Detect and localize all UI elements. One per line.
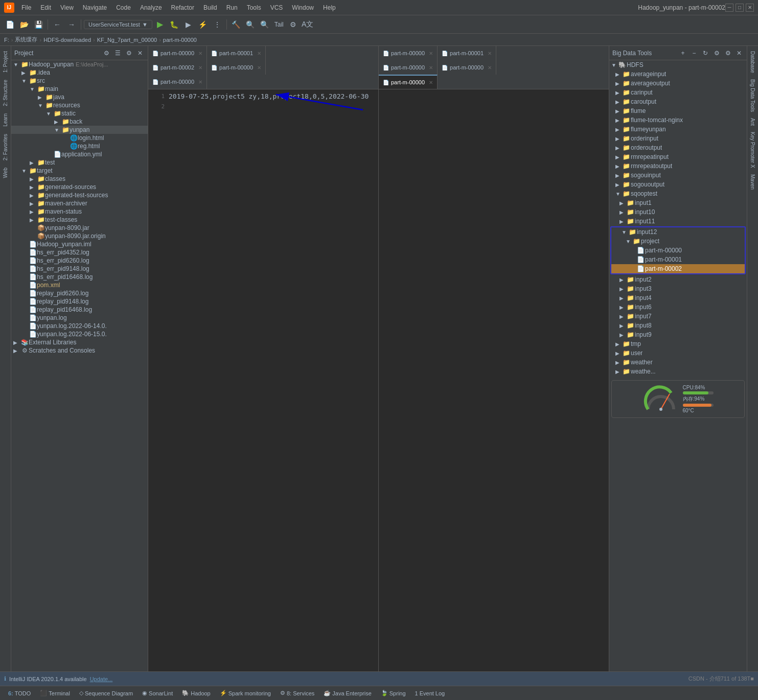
- menu-edit[interactable]: Edit: [36, 3, 55, 12]
- strip-web[interactable]: Web: [2, 165, 9, 181]
- tab-close-btn[interactable]: ✕: [488, 51, 492, 56]
- bdt-weather2[interactable]: ▶ 📁 weathe...: [609, 367, 747, 376]
- tab-todo[interactable]: 6: TODO: [4, 689, 35, 697]
- tree-item-yunpan-log1[interactable]: 📄 yunpan.log.2022-06-14.0.: [11, 322, 148, 330]
- bdt-flume-tomcat[interactable]: ▶ 📁 flume-tomcat-nginx: [609, 115, 747, 125]
- tab-terminal[interactable]: ⬛ Terminal: [36, 689, 74, 697]
- menu-analyze[interactable]: Analyze: [136, 3, 166, 12]
- bdt-input9[interactable]: ▶ 📁 input9: [609, 330, 747, 339]
- bdt-sqooptest[interactable]: ▼ 📁 sqooptest: [609, 189, 747, 198]
- tree-item-hadoop-yunpan[interactable]: ▼ 📁 Hadoop_yunpan E:\IdeaProj...: [11, 60, 148, 68]
- tree-item-back[interactable]: ▶ 📁 back: [11, 118, 148, 126]
- bdt-settings-icon[interactable]: ⚙: [712, 49, 721, 58]
- tab-close-btn[interactable]: ✕: [429, 80, 433, 85]
- strip-structure[interactable]: 2: Structure: [2, 77, 9, 109]
- code-editor-left[interactable]: 1 2019-07-25,project5 zy,18,project18,0,…: [148, 89, 378, 114]
- tree-item-main[interactable]: ▼ 📁 main: [11, 85, 148, 93]
- menu-build[interactable]: Build: [199, 3, 221, 12]
- bdt-input10[interactable]: ▶ 📁 input10: [609, 207, 747, 217]
- tab-close-btn[interactable]: ✕: [429, 51, 433, 56]
- tab-services[interactable]: ⚙ 8: Services: [276, 689, 318, 697]
- menu-window[interactable]: Window: [288, 3, 318, 12]
- tab-close-btn[interactable]: ✕: [198, 51, 202, 56]
- bdt-input6[interactable]: ▶ 📁 input6: [609, 302, 747, 312]
- rstrip-keypromoter[interactable]: Key Promoter X: [749, 129, 756, 171]
- tree-item-replay3[interactable]: 📄 replay_pid16468.log: [11, 306, 148, 314]
- tree-item-iml[interactable]: 📄 Hadoop_yunpan.iml: [11, 240, 148, 248]
- tab-close-btn[interactable]: ✕: [488, 65, 492, 71]
- toolbar-forward-btn[interactable]: →: [65, 18, 78, 31]
- strip-learn[interactable]: Learn: [2, 110, 9, 130]
- tree-item-gen-sources[interactable]: ▶ 📁 generated-sources: [11, 183, 148, 191]
- panel-close-icon[interactable]: ✕: [135, 49, 145, 58]
- tab-java-enterprise[interactable]: ☕ Java Enterprise: [319, 689, 375, 697]
- tree-item-scratches[interactable]: ▶ ⚙ Scratches and Consoles: [11, 346, 148, 355]
- tree-item-pom[interactable]: 📄 pom.xml: [11, 281, 148, 289]
- tree-item-maven-status[interactable]: ▶ 📁 maven-status: [11, 207, 148, 216]
- bdt-sogououtput[interactable]: ▶ 📁 sogououtput: [609, 180, 747, 189]
- tab-spark[interactable]: ⚡ Spark monitoring: [216, 689, 275, 697]
- bdt-flume[interactable]: ▶ 📁 flume: [609, 106, 747, 115]
- toolbar-more-btn[interactable]: ⋮: [211, 18, 224, 31]
- tree-item-gen-test-sources[interactable]: ▶ 📁 generated-test-sources: [11, 191, 148, 199]
- bdt-input7[interactable]: ▶ 📁 input7: [609, 312, 747, 321]
- tree-item-jar1[interactable]: 📦 yunpan-8090.jar: [11, 224, 148, 232]
- toolbar-profile-btn[interactable]: ⚡: [196, 18, 210, 31]
- tree-item-reg[interactable]: 🌐 reg.html: [11, 142, 148, 150]
- toolbar-find-btn[interactable]: 🔍: [258, 18, 271, 31]
- editor-tab-bot-1[interactable]: 📄 part-m-00000 ✕: [148, 75, 207, 89]
- bdt-input3[interactable]: ▶ 📁 input3: [609, 284, 747, 293]
- update-link[interactable]: Update...: [90, 676, 113, 682]
- bdt-weather[interactable]: ▶ 📁 weather: [609, 358, 747, 367]
- menu-help[interactable]: Help: [319, 3, 340, 12]
- minimize-button[interactable]: ─: [725, 4, 733, 12]
- panel-gear-icon[interactable]: ⚙: [102, 49, 111, 58]
- tab-sonar[interactable]: ◉ SonarLint: [138, 689, 177, 697]
- bdt-averageoutput[interactable]: ▶ 📁 averageoutput: [609, 79, 747, 88]
- tree-item-test-classes[interactable]: ▶ 📁 test-classes: [11, 216, 148, 224]
- editor-tab-left-2[interactable]: 📄 part-m-00001 ✕: [207, 46, 266, 60]
- tree-item-java[interactable]: ▶ 📁 java: [11, 93, 148, 101]
- tree-item-resources[interactable]: ▼ 📁 resources: [11, 101, 148, 109]
- rstrip-maven[interactable]: Maven: [749, 171, 756, 193]
- editor-rtab-2[interactable]: 📄 part-m-00001 ✕: [438, 46, 496, 60]
- bdt-part-m-00002[interactable]: 📄 part-m-00002: [611, 264, 745, 273]
- bdt-averageinput[interactable]: ▶ 📁 averageinput: [609, 69, 747, 79]
- bdt-more-icon[interactable]: ⚙: [723, 49, 732, 58]
- bdt-remove-icon[interactable]: −: [690, 49, 699, 58]
- bdt-rmrepeatinput[interactable]: ▶ 📁 rmrepeatinput: [609, 152, 747, 161]
- tab-event-log[interactable]: 1 Event Log: [411, 689, 449, 697]
- tree-item-replay2[interactable]: 📄 replay_pid9148.log: [11, 297, 148, 306]
- menu-file[interactable]: File: [17, 3, 35, 12]
- editor-tab-mid-2[interactable]: 📄 part-m-00000 ✕: [207, 60, 266, 75]
- bdt-carinput[interactable]: ▶ 📁 carinput: [609, 88, 747, 97]
- bdt-orderinput[interactable]: ▶ 📁 orderinput: [609, 134, 747, 143]
- toolbar-coverage-btn[interactable]: ▶: [182, 18, 195, 31]
- breadcrumb-part4[interactable]: part-m-00000: [163, 37, 197, 43]
- editor-rtab-3[interactable]: 📄 part-m-00000 ✕: [379, 60, 438, 75]
- tree-item-static[interactable]: ▼ 📁 static: [11, 109, 148, 118]
- menu-tools[interactable]: Tools: [243, 3, 265, 12]
- tab-close-btn[interactable]: ✕: [257, 51, 261, 56]
- tree-item-maven-archiver[interactable]: ▶ 📁 maven-archiver: [11, 199, 148, 207]
- tree-item-login[interactable]: 🌐 login.html: [11, 134, 148, 142]
- menu-vcs[interactable]: VCS: [266, 3, 287, 12]
- tab-hadoop[interactable]: 🐘 Hadoop: [178, 689, 215, 697]
- tab-spring[interactable]: 🍃 Spring: [377, 689, 410, 697]
- toolbar-debug-btn[interactable]: 🐛: [168, 18, 181, 31]
- close-button[interactable]: ✕: [746, 4, 754, 12]
- bdt-part-m-00000[interactable]: 📄 part-m-00000: [611, 246, 745, 255]
- tree-item-yunpan[interactable]: ▼ 📁 yunpan: [11, 126, 148, 134]
- tab-close-btn[interactable]: ✕: [198, 79, 202, 85]
- bdt-orderoutput[interactable]: ▶ 📁 orderoutput: [609, 143, 747, 152]
- rstrip-database[interactable]: Database: [749, 48, 756, 76]
- editor-tab-left-1[interactable]: 📄 part-m-00000 ✕: [148, 46, 207, 60]
- bdt-input11[interactable]: ▶ 📁 input11: [609, 217, 747, 226]
- breadcrumb-drive[interactable]: F:: [4, 37, 9, 43]
- toolbar-translate-btn[interactable]: A文: [301, 18, 314, 31]
- maximize-button[interactable]: □: [736, 4, 744, 12]
- tree-item-yunpan-log2[interactable]: 📄 yunpan.log.2022-06-15.0.: [11, 330, 148, 338]
- editor-rtab-active[interactable]: 📄 part-m-00000 ✕: [379, 75, 438, 89]
- editor-tab-mid-1[interactable]: 📄 part-m-00002 ✕: [148, 60, 207, 75]
- menu-run[interactable]: Run: [222, 3, 242, 12]
